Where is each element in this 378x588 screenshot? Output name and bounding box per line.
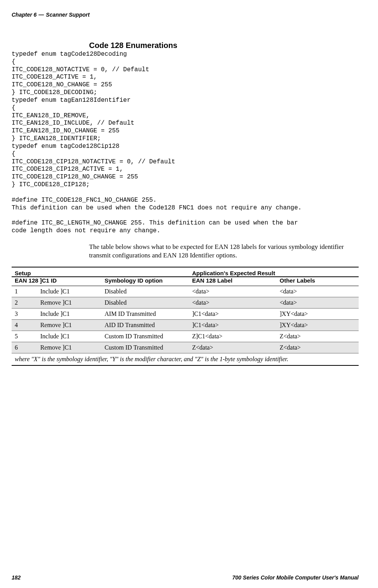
cell-label: <data>	[189, 286, 277, 297]
table-header-other: Other Labels	[277, 277, 359, 286]
ean128-table: Setup Application's Expected Result EAN …	[12, 267, 359, 366]
cell-sym: Custom ID Transmitted	[101, 342, 189, 353]
cell-label: Z]C1<data>	[189, 331, 277, 342]
cell-num: 1	[12, 286, 37, 297]
page-footer: 182 700 Series Color Mobile Computer Use…	[12, 574, 359, 581]
cell-other: <data>	[277, 286, 359, 297]
cell-ean: Remove ]C1	[37, 297, 101, 309]
table-row: 1 Include ]C1 Disabled <data> <data>	[12, 286, 359, 297]
table-row: 5 Include ]C1 Custom ID Transmitted Z]C1…	[12, 331, 359, 342]
code-block: typedef enum tagCode128Decoding { ITC_CO…	[12, 51, 359, 235]
table-row: 2 Remove ]C1 Disabled <data> <data>	[12, 297, 359, 309]
table-header-sym: Symbology ID option	[101, 277, 189, 286]
cell-num: 4	[12, 320, 37, 331]
cell-ean: Remove ]C1	[37, 320, 101, 331]
cell-ean: Include ]C1	[37, 331, 101, 342]
cell-label: <data>	[189, 297, 277, 309]
cell-sym: Custom ID Transmitted	[101, 331, 189, 342]
cell-other: ]XY<data>	[277, 309, 359, 320]
cell-label: Z<data>	[189, 342, 277, 353]
table-row: 6 Remove ]C1 Custom ID Transmitted Z<dat…	[12, 342, 359, 353]
cell-ean: Remove ]C1	[37, 342, 101, 353]
cell-sym: Disabled	[101, 297, 189, 309]
cell-num: 6	[12, 342, 37, 353]
table-row: 3 Include ]C1 AIM ID Transmitted ]C1<dat…	[12, 309, 359, 320]
table-footnote: where "X" is the symbology identifier, "…	[12, 353, 359, 366]
cell-sym: AID ID Transmitted	[101, 320, 189, 331]
manual-title: 700 Series Color Mobile Computer User's …	[232, 574, 359, 581]
page-number: 182	[12, 574, 21, 581]
cell-ean: Include ]C1	[37, 309, 101, 320]
section-label: Scanner Support	[46, 12, 90, 18]
cell-label: ]C1<data>	[189, 320, 277, 331]
table-header-label: EAN 128 Label	[189, 277, 277, 286]
table-row: 4 Remove ]C1 AID ID Transmitted ]C1<data…	[12, 320, 359, 331]
body-paragraph: The table below shows what to be expecte…	[89, 243, 359, 260]
chapter-label: Chapter 6	[12, 12, 37, 18]
table-header-ean: EAN 128 ]C1 ID	[12, 277, 101, 286]
cell-num: 2	[12, 297, 37, 309]
cell-ean: Include ]C1	[37, 286, 101, 297]
cell-num: 3	[12, 309, 37, 320]
table-header-result: Application's Expected Result	[189, 267, 359, 277]
cell-other: <data>	[277, 297, 359, 309]
section-heading: Code 128 Enumerations	[89, 41, 359, 50]
cell-other: Z<data>	[277, 342, 359, 353]
table-header-setup: Setup	[12, 267, 189, 277]
table-footnote-row: where "X" is the symbology identifier, "…	[12, 353, 359, 366]
page-header: Chapter 6—Scanner Support	[12, 12, 359, 18]
cell-sym: Disabled	[101, 286, 189, 297]
cell-num: 5	[12, 331, 37, 342]
cell-other: Z<data>	[277, 331, 359, 342]
cell-sym: AIM ID Transmitted	[101, 309, 189, 320]
cell-label: ]C1<data>	[189, 309, 277, 320]
cell-other: ]XY<data>	[277, 320, 359, 331]
